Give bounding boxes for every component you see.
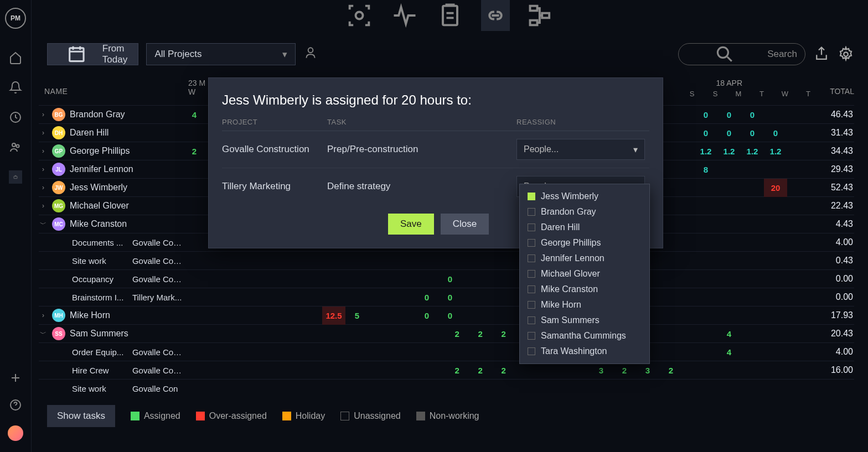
home-icon[interactable]: [9, 51, 22, 64]
workload-cell[interactable]: 2: [446, 325, 469, 343]
workload-cell[interactable]: 1.2: [741, 142, 764, 160]
workload-cell[interactable]: 5: [345, 306, 369, 325]
scan-icon[interactable]: [345, 0, 374, 31]
task-row[interactable]: Brainstorm I...Tillery Mark... 00 0.00: [39, 288, 854, 306]
clock-icon[interactable]: [9, 111, 22, 124]
task-row[interactable]: Hire CrewGovalle Con... 2223232 16.00: [39, 361, 854, 379]
help-icon[interactable]: [9, 398, 22, 412]
workload-cell[interactable]: 2: [492, 361, 515, 380]
user-avatar[interactable]: [8, 425, 23, 441]
expand-chevron[interactable]: ›: [39, 147, 48, 155]
logo[interactable]: PM: [5, 8, 26, 29]
dropdown-item[interactable]: Mike Cranston: [520, 282, 649, 297]
expand-chevron[interactable]: ›: [39, 202, 48, 210]
workload-cell[interactable]: 2: [183, 142, 206, 160]
settings-icon[interactable]: [838, 46, 854, 63]
workload-cell[interactable]: 0: [438, 288, 462, 306]
workload-cell[interactable]: 0: [438, 270, 462, 288]
checkbox[interactable]: [528, 332, 535, 340]
workload-cell[interactable]: 0: [764, 124, 787, 142]
workload-cell[interactable]: 12.5: [322, 306, 345, 325]
workload-cell[interactable]: 8: [694, 160, 717, 179]
workload-cell[interactable]: 2: [659, 361, 683, 380]
show-tasks-button[interactable]: Show tasks: [47, 405, 115, 427]
workload-cell[interactable]: 0: [438, 306, 462, 325]
expand-chevron[interactable]: ›: [39, 311, 48, 319]
workload-cell[interactable]: 1.2: [694, 142, 717, 160]
dropdown-item[interactable]: Samantha Cummings: [520, 328, 649, 344]
workload-cell[interactable]: 2: [492, 325, 515, 343]
clipboard-icon[interactable]: [436, 0, 464, 31]
people-select[interactable]: People...▾: [516, 139, 645, 160]
people-icon[interactable]: [9, 141, 22, 154]
expand-chevron[interactable]: ﹀: [39, 220, 48, 229]
workload-cell[interactable]: 4: [717, 343, 741, 361]
person-avatar: BG: [52, 108, 65, 121]
share-icon[interactable]: [813, 46, 830, 63]
link-icon[interactable]: [481, 0, 510, 31]
checkbox[interactable]: [528, 347, 535, 355]
dropdown-item[interactable]: Tara Washington: [520, 344, 649, 359]
task-row[interactable]: Site workGovalle Con: [39, 379, 854, 394]
expand-chevron[interactable]: ›: [39, 165, 48, 173]
task-row[interactable]: Order Equip...Govalle Con... 4 4.00: [39, 342, 854, 361]
task-row[interactable]: Site workGovalle Con... 0.43: [39, 251, 854, 269]
workload-cell[interactable]: 0: [694, 106, 717, 124]
task-row[interactable]: OccupancyGovalle Con... 0 0.00: [39, 269, 854, 288]
workload-cell[interactable]: 4: [717, 325, 741, 343]
dropdown-item[interactable]: Michael Glover: [520, 266, 649, 282]
workload-cell[interactable]: 2: [469, 325, 492, 343]
checkbox[interactable]: [528, 285, 535, 293]
activity-icon[interactable]: [390, 0, 419, 31]
workload-cell[interactable]: 0: [415, 288, 438, 306]
checkbox[interactable]: [528, 224, 535, 231]
search-input[interactable]: Search: [678, 43, 805, 65]
expand-chevron[interactable]: ›: [39, 184, 48, 191]
task-name: Brainstorm I...: [72, 293, 125, 302]
dropdown-item[interactable]: George Phillips: [520, 235, 649, 251]
dropdown-item[interactable]: Mike Horn: [520, 297, 649, 313]
workload-cell[interactable]: 0: [717, 106, 741, 124]
workload-cell[interactable]: 0: [741, 106, 764, 124]
workload-cell[interactable]: 1.2: [764, 142, 787, 160]
workload-cell[interactable]: 2: [469, 361, 492, 380]
workload-cell[interactable]: 0: [415, 306, 438, 325]
workload-cell[interactable]: 20: [764, 179, 787, 197]
workload-cell[interactable]: 0: [717, 124, 741, 142]
dropdown-item[interactable]: Jess Wimberly: [520, 189, 649, 204]
workload-cell[interactable]: 4: [183, 106, 206, 124]
checkbox[interactable]: [528, 316, 535, 324]
flow-icon[interactable]: [526, 0, 555, 31]
dropdown-item[interactable]: Jennifer Lennon: [520, 251, 649, 266]
checkbox[interactable]: [528, 208, 535, 216]
bell-icon[interactable]: [9, 81, 22, 94]
person-name: Brandon Gray: [70, 110, 125, 120]
checkbox[interactable]: [528, 254, 535, 262]
day-header: W: [773, 90, 797, 98]
expand-chevron[interactable]: ›: [39, 129, 48, 137]
people-dropdown[interactable]: Jess Wimberly Brandon Gray Daren Hill Ge…: [519, 184, 650, 364]
dropdown-item[interactable]: Brandon Gray: [520, 204, 649, 220]
dropdown-item[interactable]: Daren Hill: [520, 220, 649, 235]
project-filter-select[interactable]: All Projects ▾: [146, 43, 296, 65]
checkbox[interactable]: [528, 301, 535, 309]
person-row[interactable]: ﹀ SS Sam Summers 2224 20.43: [39, 324, 854, 342]
save-button[interactable]: Save: [388, 214, 434, 235]
close-button[interactable]: Close: [441, 214, 489, 235]
expand-chevron[interactable]: ﹀: [39, 329, 48, 339]
workload-cell[interactable]: 0: [741, 124, 764, 142]
person-filter-icon[interactable]: [303, 45, 318, 63]
briefcase-icon[interactable]: [9, 170, 22, 184]
checkbox[interactable]: [528, 193, 535, 200]
dropdown-item[interactable]: Sam Summers: [520, 313, 649, 328]
expand-chevron[interactable]: ›: [39, 111, 48, 118]
workload-cell[interactable]: 2: [446, 361, 469, 380]
workload-cell[interactable]: 1.2: [717, 142, 741, 160]
from-today-button[interactable]: From Today: [47, 43, 138, 65]
checkbox[interactable]: [528, 239, 535, 247]
workload-cell[interactable]: 0: [694, 124, 717, 142]
person-avatar: MH: [52, 309, 65, 322]
person-row[interactable]: › MH Mike Horn 12.5500 17.93: [39, 306, 854, 324]
plus-icon[interactable]: [9, 371, 22, 385]
checkbox[interactable]: [528, 270, 535, 278]
